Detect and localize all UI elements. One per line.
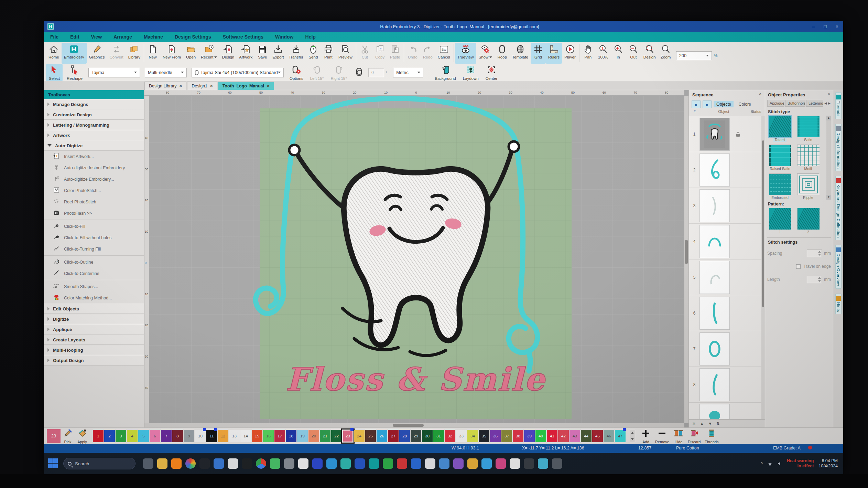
toolbox-section-appliqu[interactable]: Appliqué [44, 324, 144, 335]
apply-color-button[interactable]: Apply [77, 428, 87, 444]
ribbon-button-paste[interactable]: Paste [388, 43, 403, 64]
palette-color-27[interactable]: 27 [388, 430, 399, 442]
pick-color-button[interactable]: Pick [63, 428, 73, 444]
sequence-tab-objects[interactable]: Objects [714, 101, 734, 107]
stitch-type-embossed[interactable]: Embossed [767, 173, 793, 200]
length-stepper[interactable] [807, 276, 822, 283]
palette-color-3[interactable]: 3 [116, 430, 126, 442]
ribbon-button-template[interactable]: Template [510, 43, 531, 64]
ribbon-button-rulers[interactable]: Rulers [546, 43, 562, 64]
palette-color-43[interactable]: 43 [569, 430, 580, 442]
collapse-icon[interactable]: ^ [759, 92, 761, 97]
toolbox-item-click-to-fill[interactable]: Click-to-Fill [44, 221, 144, 232]
palette-color-14[interactable]: 14 [240, 430, 251, 442]
toolbox-section-manage-designs[interactable]: Manage Designs [44, 99, 144, 109]
palette-color-8[interactable]: 8 [172, 430, 183, 442]
palette-color-26[interactable]: 26 [377, 430, 387, 442]
machine-format-select[interactable]: Tajima [88, 68, 140, 77]
taskbar-app-icon-11[interactable] [284, 458, 294, 469]
ribbon-button-home[interactable]: Home [46, 43, 62, 64]
palette-color-29[interactable]: 29 [411, 430, 421, 442]
toolbox-section-digitize[interactable]: Digitize [44, 314, 144, 324]
tray-chevron-icon[interactable]: ^ [761, 461, 763, 466]
palette-color-18[interactable]: 18 [286, 430, 296, 442]
taskbar-app-icon-14[interactable] [326, 458, 337, 469]
palette-color-13[interactable]: 13 [229, 430, 240, 442]
toolbox-section-create-layouts[interactable]: Create Layouts [44, 335, 144, 345]
palette-color-12[interactable]: 12 [218, 430, 228, 442]
sequence-tool-button[interactable]: ✕ [692, 421, 696, 426]
volume-icon[interactable] [777, 461, 782, 466]
toolbox-section-lettering-monogramming[interactable]: Lettering / Monogramming [44, 120, 144, 130]
toolbox-item-click-to-turning-fill[interactable]: Click-to-Turning Fill [44, 243, 144, 255]
sequence-row-6[interactable]: 6 [689, 295, 765, 331]
menu-view[interactable]: View [91, 34, 102, 40]
taskbar-app-icon-1[interactable] [143, 458, 153, 469]
palette-color-32[interactable]: 32 [445, 430, 455, 442]
menu-edit[interactable]: Edit [70, 34, 79, 40]
taskbar-app-icon-2[interactable] [157, 458, 167, 469]
menu-design-settings[interactable]: Design Settings [175, 34, 211, 40]
ribbon-button-player[interactable]: Player [562, 43, 578, 64]
laydown-button[interactable]: Laydown [460, 64, 481, 81]
ribbon-button-design[interactable]: Design [641, 43, 658, 64]
palette-color-36[interactable]: 36 [490, 430, 501, 442]
object-thumbnail[interactable] [699, 297, 730, 330]
minimize-button[interactable]: – [812, 24, 815, 29]
toolbox-item-insert-artwork[interactable]: Insert Artwork... [44, 151, 144, 162]
palette-color-1[interactable]: 1 [93, 430, 104, 442]
object-thumbnail[interactable] [699, 225, 730, 258]
ribbon-button-transfer[interactable]: Transfer [286, 43, 305, 64]
ribbon-button-save[interactable]: Save [255, 43, 270, 64]
palette-color-46[interactable]: 46 [604, 430, 614, 442]
sequence-forward-button[interactable]: » [703, 100, 712, 108]
menu-software-settings[interactable]: Software Settings [223, 34, 263, 40]
palette-color-33[interactable]: 33 [456, 430, 467, 442]
palette-color-7[interactable]: 7 [161, 430, 172, 442]
side-tab-design-overview[interactable]: Design Overview [835, 245, 842, 288]
ribbon-button-open[interactable]: Open [183, 43, 198, 64]
taskbar-app-icon-20[interactable] [411, 458, 421, 469]
close-icon[interactable]: × [180, 83, 182, 88]
palette-color-31[interactable]: 31 [433, 430, 444, 442]
ribbon-button-pan[interactable]: Pan [581, 43, 596, 64]
taskbar-app-icon-30[interactable] [552, 458, 562, 469]
maximize-button[interactable]: □ [824, 24, 826, 29]
taskbar-app-icon-18[interactable] [383, 458, 393, 469]
sequence-row-5[interactable]: 5 [689, 259, 765, 295]
needle-mode-select[interactable]: Multi-needle [145, 68, 187, 77]
ribbon-button-print[interactable]: Print [321, 43, 336, 64]
taskbar-app-icon-25[interactable] [481, 458, 492, 469]
toolbox-item-color-matching-method[interactable]: Color Matching Method... [44, 292, 144, 304]
rotate-left-15-button[interactable]: Left 15° [307, 64, 327, 81]
palette-color-25[interactable]: 25 [365, 430, 376, 442]
collapse-icon[interactable]: ^ [828, 92, 830, 97]
ribbon-button-send[interactable]: Send [306, 43, 321, 64]
objprops-tab-appliqu[interactable]: Appliqué [767, 100, 784, 107]
ribbon-button-cancel[interactable]: EscCancel [435, 43, 453, 64]
taskbar-app-icon-26[interactable] [496, 458, 506, 469]
pattern-1[interactable]: 1 [767, 208, 793, 234]
taskbar-app-icon-19[interactable] [397, 458, 407, 469]
stitch-type-scrollbar[interactable]: ▲▼ [826, 116, 831, 200]
rotate-angle-input[interactable]: 0 [368, 68, 384, 77]
side-tab-hints[interactable]: Hints [835, 294, 842, 315]
taskbar-app-icon-28[interactable] [524, 458, 534, 469]
ribbon-button-out[interactable]: Out [626, 43, 641, 64]
toolbox-item-auto-digitize-instant-embroidery[interactable]: Auto-digitize Instant Embroidery [44, 162, 144, 173]
palette-color-37[interactable]: 37 [501, 430, 512, 442]
toolbox-section-multi-hooping[interactable]: Multi-Hooping [44, 345, 144, 355]
object-thumbnail[interactable] [699, 118, 730, 151]
ribbon-button-grid[interactable]: Grid [531, 43, 546, 64]
palette-color-9[interactable]: 9 [184, 430, 194, 442]
ribbon-button-in[interactable]: In [611, 43, 626, 64]
toolbox-section-artwork[interactable]: Artwork [44, 130, 144, 140]
zoom-level-select[interactable]: 200 [676, 51, 712, 60]
ribbon-button-preview[interactable]: Preview [336, 43, 355, 64]
stitch-type-motif[interactable]: Motif [795, 145, 821, 171]
palette-color-22[interactable]: 22 [331, 430, 342, 442]
tabs-scroll-right-icon[interactable]: ▶ [828, 102, 831, 105]
taskbar-app-icon-10[interactable] [270, 458, 280, 469]
toolbox-section-output-design[interactable]: Output Design [44, 355, 144, 365]
sequence-tool-button[interactable]: ▲ [700, 421, 704, 426]
